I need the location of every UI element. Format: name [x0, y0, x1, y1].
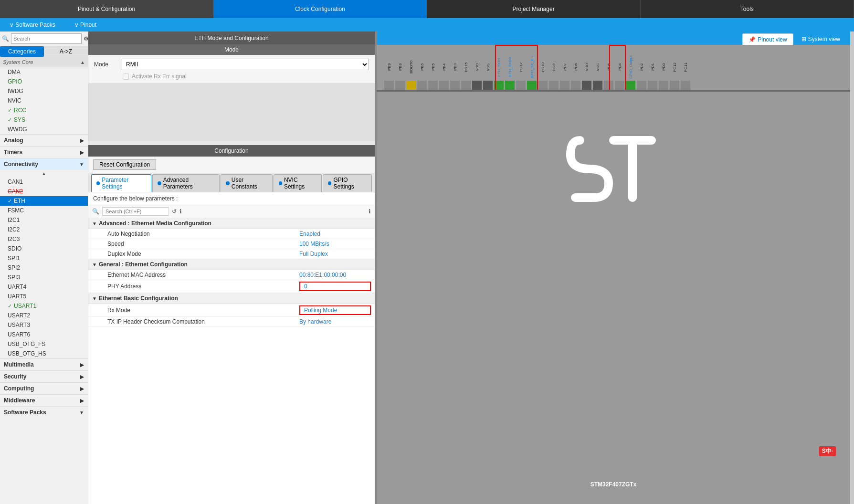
param-group-general[interactable]: ▼ General : Ethernet Configuration — [88, 259, 375, 270]
sidebar-item[interactable]: UART4 — [0, 282, 88, 292]
nav-project[interactable]: Project Manager — [427, 0, 641, 18]
pin-pb6[interactable] — [417, 81, 427, 90]
nav-pinout[interactable]: Pinout & Configuration — [0, 0, 213, 18]
pin-col: PB8 — [395, 54, 405, 90]
sidebar-category-security[interactable]: Security ▶ — [0, 370, 88, 382]
sidebar-item[interactable]: UART5 — [0, 292, 88, 301]
sidebar-item[interactable]: USART3 — [0, 320, 88, 330]
tab-gpio-settings[interactable]: GPIO Settings — [323, 174, 372, 192]
sidebar-item-usart1[interactable]: ✓ USART1 — [0, 301, 88, 311]
tab-pinout-view[interactable]: 📌 Pinout view — [742, 33, 793, 45]
nav-clock[interactable]: Clock Configuration — [213, 0, 427, 18]
pin-pd3[interactable] — [626, 81, 635, 90]
pin-pb3[interactable] — [450, 81, 460, 90]
pin-pd2[interactable] — [637, 81, 646, 90]
param-group-advanced[interactable]: ▼ Advanced : Ethernet Media Configuratio… — [88, 218, 375, 229]
collapse-up-icon[interactable]: ▲ — [80, 60, 85, 65]
reset-icon[interactable]: ↺ — [172, 208, 177, 215]
pin-boot0[interactable] — [406, 81, 416, 90]
pin-pb4[interactable] — [439, 81, 449, 90]
pin-vss2[interactable] — [593, 81, 602, 90]
pin-pd6[interactable] — [571, 81, 580, 90]
pin-pd0[interactable] — [659, 81, 668, 90]
tab-user-constants[interactable]: User Constants — [221, 174, 272, 192]
sidebar-item[interactable]: SDIO — [0, 244, 88, 253]
sidebar-item[interactable]: IWDG — [0, 86, 88, 96]
sidebar-item[interactable]: GPIO — [0, 77, 88, 86]
pin-pb9[interactable] — [384, 81, 394, 90]
nav-tools[interactable]: Tools — [641, 0, 854, 18]
param-group-ethernet-basic[interactable]: ▼ Ethernet Basic Configuration — [88, 293, 375, 304]
stm32-label: STM32F407ZGTx — [590, 474, 637, 490]
pin-pc12[interactable] — [670, 81, 679, 90]
sidebar-category-multimedia[interactable]: Multimedia ▶ — [0, 358, 88, 370]
pin-vdd2[interactable] — [582, 81, 591, 90]
sidebar-item[interactable]: USART6 — [0, 330, 88, 339]
params-search-row: 🔍 ↺ ℹ ℹ — [88, 205, 375, 218]
pin-vss1[interactable] — [483, 81, 493, 90]
sidebar-item[interactable]: USART2 — [0, 311, 88, 320]
sidebar-item[interactable]: I2C1 — [0, 215, 88, 225]
pin-pg13[interactable] — [505, 81, 515, 90]
pin-pg11[interactable] — [527, 81, 537, 90]
sidebar-category-timers[interactable]: Timers ▶ — [0, 146, 88, 158]
param-row: Auto Negotiation Enabled — [88, 229, 375, 239]
pin-col: PD7 — [559, 54, 570, 90]
sidebar-item[interactable]: ✓ RCC — [0, 105, 88, 115]
collapse-up-icon[interactable]: ▲ — [42, 171, 46, 176]
pin-pd5[interactable] — [604, 81, 613, 90]
pin-vdd1[interactable] — [472, 81, 482, 90]
gear-icon[interactable]: ⚙ — [84, 35, 88, 42]
sidebar-item[interactable]: USB_OTG_FS — [0, 339, 88, 349]
sidebar-item[interactable]: WWDG — [0, 125, 88, 134]
subnav-pinout[interactable]: ∨ Pinout — [74, 21, 96, 28]
tab-param-settings[interactable]: Parameter Settings — [91, 174, 151, 192]
sidebar-item[interactable]: SPI2 — [0, 263, 88, 273]
tab-categories[interactable]: Categories — [0, 46, 44, 57]
reset-config-button[interactable]: Reset Configuration — [93, 159, 156, 170]
pin-pg12[interactable] — [516, 81, 526, 90]
sidebar-item[interactable]: I2C3 — [0, 234, 88, 244]
search-icon: 🔍 — [92, 208, 99, 215]
pin-pg9[interactable] — [549, 81, 559, 90]
sidebar-item[interactable]: SPI1 — [0, 253, 88, 263]
pin-pg10[interactable] — [538, 81, 548, 90]
activate-rx-checkbox[interactable] — [123, 74, 129, 80]
sidebar-category-analog[interactable]: Analog ▶ — [0, 134, 88, 146]
sidebar-category-middleware[interactable]: Middleware ▶ — [0, 394, 88, 406]
tab-nvic-settings[interactable]: NVIC Settings — [274, 174, 322, 192]
sidebar-category-computing[interactable]: Computing ▶ — [0, 382, 88, 394]
sidebar-item[interactable]: CAN1 — [0, 177, 88, 187]
pin-pd4[interactable] — [615, 81, 624, 90]
sidebar-item[interactable]: FSMC — [0, 206, 88, 215]
sidebar-item[interactable]: DMA — [0, 67, 88, 77]
params-search-input[interactable] — [102, 207, 169, 216]
sidebar-item[interactable]: CAN2 — [0, 187, 88, 196]
pin-pg15[interactable] — [461, 81, 471, 90]
pin-col: PB5 — [428, 54, 438, 90]
pin-pd1[interactable] — [648, 81, 657, 90]
chevron-right-icon: ▶ — [80, 150, 84, 155]
sidebar-item[interactable]: ✓ SYS — [0, 115, 88, 125]
sidebar-item[interactable]: I2C2 — [0, 225, 88, 234]
pin-col: VSS — [483, 54, 493, 90]
pin-pg14[interactable] — [494, 81, 504, 90]
tab-advanced-params[interactable]: Advanced Parameters — [152, 174, 220, 192]
sidebar-item[interactable]: USB_OTG_HS — [0, 349, 88, 358]
sidebar-category-software-packs[interactable]: Software Packs ▼ — [0, 406, 88, 418]
sidebar-item[interactable]: NVIC — [0, 96, 88, 105]
sidebar-item-eth[interactable]: ✓ ETH — [0, 196, 88, 206]
search-input[interactable] — [11, 33, 82, 44]
sidebar-item[interactable]: SPI3 — [0, 273, 88, 282]
subnav-software-packs[interactable]: ∨ Software Packs — [10, 21, 55, 28]
mode-select[interactable]: RMII — [122, 59, 369, 70]
pin-pc11[interactable] — [681, 81, 690, 90]
pin-pb8[interactable] — [395, 81, 405, 90]
tab-system-view[interactable]: ⊞ System view — [795, 33, 846, 45]
pin-pd7[interactable] — [560, 81, 569, 90]
sidebar-category-connectivity[interactable]: Connectivity ▼ — [0, 158, 88, 170]
pin-pb5[interactable] — [428, 81, 438, 90]
tab-az[interactable]: A->Z — [44, 46, 88, 57]
info-small-icon[interactable]: ℹ — [179, 208, 182, 215]
top-pin-row: PB9 PB8 BOOT0 PB6 PB5 — [384, 45, 843, 90]
